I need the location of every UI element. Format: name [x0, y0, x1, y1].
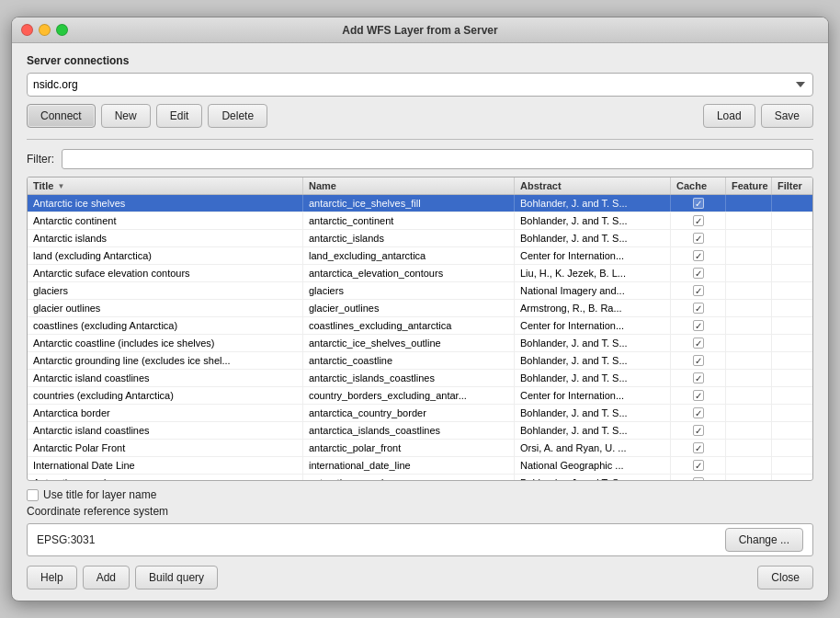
- table-row[interactable]: Antarctic island coastlinesantarctica_is…: [28, 422, 812, 440]
- row-abstract: Bohlander, J. and T. S...: [515, 352, 671, 369]
- row-filter: [772, 440, 812, 456]
- table-row[interactable]: Antarctic suface elevation contoursantar…: [28, 265, 812, 282]
- row-filter: [772, 317, 812, 334]
- row-cache[interactable]: [671, 230, 726, 246]
- crs-section-label: Coordinate reference system: [27, 505, 813, 518]
- row-feature: [726, 457, 772, 474]
- server-select[interactable]: nsidc.org: [27, 73, 813, 97]
- row-title: land (excluding Antarctica): [28, 247, 303, 264]
- cache-checkbox[interactable]: [693, 425, 704, 436]
- row-filter: [772, 457, 812, 474]
- row-cache[interactable]: [671, 405, 726, 421]
- col-cache: Cache: [671, 177, 726, 194]
- table-row[interactable]: Antarctic megadunesantarctic_megadunesBo…: [28, 475, 812, 480]
- row-feature: [726, 387, 772, 404]
- use-title-text: Use title for layer name: [43, 488, 156, 501]
- table-row[interactable]: International Date Lineinternational_dat…: [28, 457, 812, 475]
- row-cache[interactable]: [671, 440, 726, 456]
- table-row[interactable]: land (excluding Antarctica)land_excludin…: [28, 247, 812, 265]
- maximize-window-button[interactable]: [56, 24, 68, 36]
- row-cache[interactable]: [671, 265, 726, 281]
- row-filter: [772, 352, 812, 369]
- row-cache[interactable]: [671, 457, 726, 474]
- help-button[interactable]: Help: [27, 566, 77, 589]
- new-button[interactable]: New: [101, 104, 151, 128]
- use-title-checkbox[interactable]: [27, 489, 39, 501]
- cache-checkbox[interactable]: [693, 338, 704, 349]
- row-title: countries (excluding Antarctica): [28, 387, 303, 404]
- table-row[interactable]: coastlines (excluding Antarctica)coastli…: [28, 317, 812, 335]
- row-name: antarctic_islands_coastlines: [303, 370, 515, 386]
- row-name: antarctica_country_border: [303, 405, 515, 421]
- row-name: country_borders_excluding_antar...: [303, 387, 515, 404]
- row-cache[interactable]: [671, 475, 726, 480]
- table-row[interactable]: countries (excluding Antarctica)country_…: [28, 387, 812, 405]
- table-row[interactable]: glacier outlinesglacier_outlinesArmstron…: [28, 300, 812, 317]
- cache-checkbox[interactable]: [693, 372, 704, 383]
- row-abstract: Bohlander, J. and T. S...: [515, 475, 671, 480]
- cache-checkbox[interactable]: [693, 407, 704, 418]
- cache-checkbox[interactable]: [693, 477, 704, 480]
- server-connections-row: nsidc.org: [27, 73, 813, 97]
- row-cache[interactable]: [671, 282, 726, 299]
- row-feature: [726, 247, 772, 264]
- row-cache[interactable]: [671, 422, 726, 439]
- col-feature: Feature: [726, 177, 772, 194]
- titlebar: Add WFS Layer from a Server: [12, 17, 828, 43]
- close-button[interactable]: Close: [757, 566, 813, 589]
- row-cache[interactable]: [671, 335, 726, 351]
- row-feature: [726, 440, 772, 456]
- save-button[interactable]: Save: [761, 104, 813, 128]
- table-row[interactable]: Antarctica borderantarctica_country_bord…: [28, 405, 812, 422]
- table-row[interactable]: Antarctic Polar Frontantarctic_polar_fro…: [28, 440, 812, 457]
- table-row[interactable]: Antarctic islandsantarctic_islandsBohlan…: [28, 230, 812, 247]
- add-button[interactable]: Add: [83, 566, 130, 589]
- table-row[interactable]: glaciersglaciersNational Imagery and...: [28, 282, 812, 300]
- row-filter: [772, 247, 812, 264]
- filter-label: Filter:: [27, 153, 54, 166]
- minimize-window-button[interactable]: [39, 24, 51, 36]
- row-cache[interactable]: [671, 317, 726, 334]
- row-cache[interactable]: [671, 212, 726, 229]
- load-button[interactable]: Load: [703, 104, 755, 128]
- server-connections-label: Server connections: [27, 54, 813, 67]
- cache-checkbox[interactable]: [693, 390, 704, 401]
- table-row[interactable]: Antarctic island coastlinesantarctic_isl…: [28, 370, 812, 387]
- cache-checkbox[interactable]: [693, 303, 704, 314]
- table-row[interactable]: Antarctic ice shelvesantarctic_ice_shelv…: [28, 195, 812, 212]
- table-row[interactable]: Antarctic continentantarctic_continentBo…: [28, 212, 812, 230]
- cache-checkbox[interactable]: [693, 268, 704, 279]
- cache-checkbox[interactable]: [693, 320, 704, 331]
- row-cache[interactable]: [671, 352, 726, 369]
- row-feature: [726, 230, 772, 246]
- build-query-button[interactable]: Build query: [135, 566, 218, 589]
- col-title: Title ▼: [28, 177, 303, 194]
- cache-checkbox[interactable]: [693, 285, 704, 296]
- window-title: Add WFS Layer from a Server: [342, 24, 497, 37]
- row-cache[interactable]: [671, 370, 726, 386]
- change-crs-button[interactable]: Change ...: [725, 528, 803, 552]
- connect-button[interactable]: Connect: [27, 104, 96, 128]
- row-cache[interactable]: [671, 387, 726, 404]
- edit-button[interactable]: Edit: [156, 104, 203, 128]
- row-name: antarctica_elevation_contours: [303, 265, 515, 281]
- delete-button[interactable]: Delete: [208, 104, 267, 128]
- row-filter: [772, 265, 812, 281]
- table-row[interactable]: Antarctic coastline (includes ice shelve…: [28, 335, 812, 352]
- cache-checkbox[interactable]: [693, 355, 704, 366]
- sort-arrow-title: ▼: [57, 182, 64, 190]
- row-cache[interactable]: [671, 247, 726, 264]
- cache-checkbox[interactable]: [693, 215, 704, 226]
- close-window-button[interactable]: [21, 24, 33, 36]
- filter-input[interactable]: [62, 149, 813, 169]
- row-cache[interactable]: [671, 195, 726, 212]
- table-row[interactable]: Antarctic grounding line (excludes ice s…: [28, 352, 812, 370]
- row-name: antarctic_ice_shelves_fill: [303, 195, 515, 212]
- use-title-label[interactable]: Use title for layer name: [27, 488, 156, 501]
- cache-checkbox[interactable]: [693, 442, 704, 453]
- row-cache[interactable]: [671, 300, 726, 316]
- cache-checkbox[interactable]: [693, 233, 704, 244]
- cache-checkbox[interactable]: [693, 198, 704, 209]
- cache-checkbox[interactable]: [693, 460, 704, 471]
- cache-checkbox[interactable]: [693, 250, 704, 261]
